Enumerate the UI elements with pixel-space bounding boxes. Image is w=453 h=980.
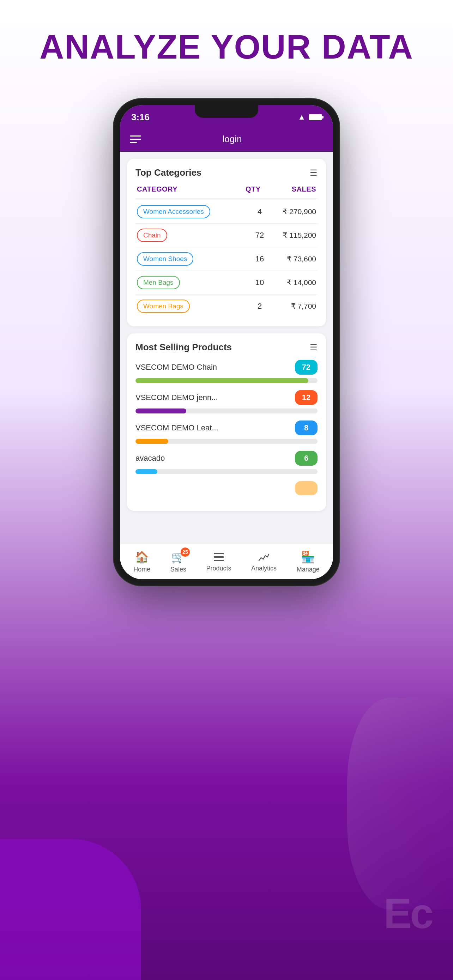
battery-icon: [309, 114, 322, 120]
filter-icon[interactable]: ☰: [310, 168, 318, 178]
category-badge: Men Bags: [137, 276, 180, 289]
col-category: CATEGORY: [137, 185, 246, 193]
qty-cell: 2: [246, 302, 274, 311]
most-selling-title: Most Selling Products: [135, 342, 232, 353]
progress-bar-fill: [135, 439, 168, 444]
progress-bar-container: [135, 378, 318, 383]
progress-bar-fill: [135, 378, 308, 383]
table-row: Women Bags 2 ₹ 7,700: [135, 294, 318, 318]
bottom-nav: 🏠 Home 25 🛒 Sales Products: [120, 544, 333, 579]
qty-cell: 72: [246, 231, 274, 240]
card-header: Top Categories ☰: [135, 167, 318, 178]
product-item: VSECOM DEMO Leat... 8: [135, 420, 318, 444]
product-badge: 72: [295, 360, 318, 375]
product-badge: 8: [295, 420, 318, 435]
nav-item-products[interactable]: Products: [201, 549, 236, 575]
table-header: CATEGORY QTY SALES: [135, 185, 318, 199]
nav-item-manage[interactable]: 🏪 Manage: [292, 547, 324, 576]
hamburger-line-1: [130, 135, 141, 137]
svg-rect-2: [214, 560, 224, 561]
top-categories-title: Top Categories: [135, 167, 202, 178]
phone-screen: 3:16 ▲ login Top: [120, 105, 333, 579]
sales-cell: ₹ 7,700: [274, 302, 316, 310]
table-row: Women Accessories 4 ₹ 270,900: [135, 200, 318, 224]
hamburger-menu[interactable]: [130, 135, 141, 143]
logo-watermark: Ec: [383, 889, 432, 938]
col-qty: QTY: [246, 185, 274, 193]
product-row: [135, 481, 318, 495]
product-badge: 12: [295, 390, 318, 405]
qty-cell: 10: [246, 278, 274, 287]
sales-cell: ₹ 270,900: [274, 207, 316, 216]
top-categories-card: Top Categories ☰ CATEGORY QTY SALES Wome…: [127, 159, 326, 326]
table-row: Women Shoes 16 ₹ 73,600: [135, 247, 318, 271]
category-cell: Chain: [137, 229, 246, 242]
hamburger-line-2: [130, 138, 141, 140]
svg-rect-1: [214, 556, 224, 558]
filter-icon-2[interactable]: ☰: [310, 342, 318, 352]
progress-bar-container: [135, 439, 318, 444]
product-item: VSECOM DEMO Chain 72: [135, 360, 318, 383]
table-row: Men Bags 10 ₹ 14,000: [135, 271, 318, 294]
nav-label-home: Home: [134, 566, 150, 573]
product-row: VSECOM DEMO jenn... 12: [135, 390, 318, 405]
products-icon: [213, 551, 224, 563]
most-selling-card: Most Selling Products ☰ VSECOM DEMO Chai…: [127, 333, 326, 511]
top-nav: login: [120, 126, 333, 152]
nav-item-analytics[interactable]: Analytics: [246, 549, 281, 575]
category-badge: Women Shoes: [137, 252, 193, 266]
category-cell: Women Shoes: [137, 252, 246, 266]
sales-cell: ₹ 115,200: [274, 231, 316, 240]
category-badge: Women Accessories: [137, 205, 210, 218]
category-badge: Chain: [137, 229, 167, 242]
product-name: VSECOM DEMO Chain: [135, 363, 217, 372]
analytics-icon: [258, 551, 270, 563]
product-item: VSECOM DEMO jenn... 12: [135, 390, 318, 414]
product-item: avacado 6: [135, 451, 318, 474]
sales-cell: ₹ 73,600: [274, 255, 316, 263]
product-badge: 6: [295, 451, 318, 466]
nav-label-analytics: Analytics: [251, 565, 277, 572]
nav-title: login: [141, 134, 323, 145]
qty-cell: 4: [246, 207, 274, 216]
phone-outer: 3:16 ▲ login Top: [114, 99, 339, 585]
sales-cell: ₹ 14,000: [274, 278, 316, 287]
table-row: Chain 72 ₹ 115,200: [135, 224, 318, 247]
status-time: 3:16: [131, 112, 149, 123]
nav-label-sales: Sales: [170, 566, 186, 573]
card-header: Most Selling Products ☰: [135, 342, 318, 353]
nav-label-products: Products: [206, 565, 231, 572]
category-cell: Women Bags: [137, 299, 246, 313]
product-badge: [295, 481, 318, 495]
wifi-icon: ▲: [298, 113, 305, 122]
content-area: Top Categories ☰ CATEGORY QTY SALES Wome…: [120, 152, 333, 544]
qty-cell: 16: [246, 255, 274, 264]
progress-bar-fill: [135, 469, 157, 474]
product-row: avacado 6: [135, 451, 318, 466]
product-name: VSECOM DEMO Leat...: [135, 423, 218, 433]
product-name: VSECOM DEMO jenn...: [135, 393, 218, 402]
nav-item-home[interactable]: 🏠 Home: [129, 547, 155, 576]
progress-bar-container: [135, 469, 318, 474]
product-name: avacado: [135, 453, 165, 463]
progress-bar-fill: [135, 409, 186, 414]
category-cell: Women Accessories: [137, 205, 246, 218]
phone-frame: 3:16 ▲ login Top: [114, 99, 339, 585]
svg-rect-0: [214, 553, 224, 554]
deco-shape-left: [0, 839, 141, 980]
category-badge: Women Bags: [137, 299, 190, 313]
sales-badge: 25: [181, 547, 190, 557]
home-icon: 🏠: [135, 550, 149, 564]
col-sales: SALES: [274, 185, 316, 193]
deco-shape-right: [347, 698, 453, 910]
nav-label-manage: Manage: [297, 566, 319, 573]
hamburger-line-3: [130, 142, 137, 143]
progress-bar-container: [135, 409, 318, 414]
product-row: VSECOM DEMO Leat... 8: [135, 420, 318, 435]
product-row: VSECOM DEMO Chain 72: [135, 360, 318, 375]
nav-item-sales[interactable]: 25 🛒 Sales: [165, 547, 191, 576]
status-icons: ▲: [298, 113, 322, 122]
category-cell: Men Bags: [137, 276, 246, 289]
main-heading: ANALYZE YOUR DATA: [0, 28, 453, 65]
manage-icon: 🏪: [301, 550, 315, 564]
